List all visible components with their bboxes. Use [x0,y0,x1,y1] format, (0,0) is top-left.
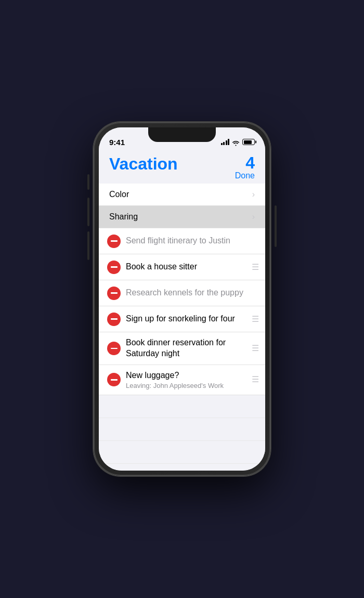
todo-minus-button[interactable] [107,342,121,355]
status-icons [221,139,255,145]
todo-text: Sign up for snorkeling for four [126,314,246,324]
status-time: 9:41 [109,138,125,147]
color-row[interactable]: Color › [99,184,265,206]
todo-text-wrap: Send flight itinerary to Justin [126,236,259,246]
list-title: Vacation [109,154,178,174]
todo-text-wrap: New luggage?Leaving: John Appleseed's Wo… [126,370,246,390]
color-label: Color [109,190,129,199]
todo-minus-button[interactable] [107,261,121,274]
todo-item[interactable]: New luggage?Leaving: John Appleseed's Wo… [99,365,265,396]
todo-text: Book dinner reservation for Saturday nig… [126,337,246,359]
empty-line [99,395,265,418]
todo-text: Send flight itinerary to Justin [126,236,259,246]
settings-section: Color › Sharing › [99,184,265,228]
todo-item[interactable]: Book a house sitter☰ [99,254,265,280]
todo-item[interactable]: Book dinner reservation for Saturday nig… [99,332,265,365]
color-chevron-icon: › [252,190,255,199]
drag-handle-icon[interactable]: ☰ [252,375,259,384]
todo-minus-button[interactable] [107,235,121,248]
empty-line [99,418,265,441]
done-button[interactable]: Done [235,171,255,180]
drag-handle-icon[interactable]: ☰ [252,315,259,323]
todo-text-wrap: Research kennels for the puppy [126,288,259,298]
todo-text-wrap: Book a house sitter [126,262,246,272]
todo-minus-button[interactable] [107,373,121,386]
todo-text: New luggage? [126,370,246,381]
drag-handle-icon[interactable]: ☰ [252,344,259,353]
sharing-row[interactable]: Sharing › [99,206,265,228]
battery-icon [242,139,255,145]
task-count: 4 [245,153,255,172]
wifi-icon [232,139,240,145]
sharing-chevron-icon: › [252,212,255,222]
todo-text-wrap: Sign up for snorkeling for four [126,314,246,324]
empty-lines-area [99,395,265,471]
sharing-label: Sharing [109,212,138,222]
todo-item[interactable]: Send flight itinerary to Justin [99,228,265,254]
todo-subtext: Leaving: John Appleseed's Work [126,382,246,389]
todo-text-wrap: Book dinner reservation for Saturday nig… [126,337,246,359]
header: Vacation 4 Done [99,150,265,184]
todo-text: Book a house sitter [126,262,246,272]
empty-line [99,441,265,464]
todo-list: Send flight itinerary to JustinBook a ho… [99,228,265,395]
todo-text: Research kennels for the puppy [126,288,259,298]
signal-icon [221,139,230,145]
empty-line [99,464,265,471]
todo-minus-button[interactable] [107,287,121,300]
todo-item[interactable]: Sign up for snorkeling for four☰ [99,306,265,332]
drag-handle-icon[interactable]: ☰ [252,263,259,271]
todo-minus-button[interactable] [107,313,121,326]
todo-item[interactable]: Research kennels for the puppy [99,280,265,306]
